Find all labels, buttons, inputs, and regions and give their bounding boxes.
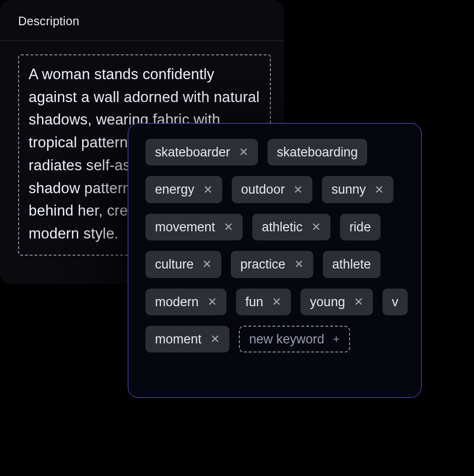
close-icon[interactable]: ✕ (374, 184, 384, 196)
keyword-tag[interactable]: movement ✕ (145, 214, 243, 240)
keyword-label: v (392, 294, 399, 310)
keyword-tag[interactable]: young ✕ (300, 289, 373, 315)
close-icon[interactable]: ✕ (294, 259, 304, 270)
keyword-label: practice (240, 257, 286, 272)
keyword-label: young (310, 294, 345, 310)
keyword-label: movement (155, 219, 215, 235)
keywords-rows: skateboarder ✕ skateboarding energy ✕ ou… (145, 139, 408, 352)
keyword-tag[interactable]: v (382, 289, 408, 315)
keyword-tag[interactable]: energy ✕ (145, 176, 222, 203)
close-icon[interactable]: ✕ (203, 184, 213, 196)
keyword-label: culture (155, 257, 194, 272)
keyword-label: energy (155, 182, 195, 197)
add-keyword-button[interactable]: new keyword + (239, 326, 350, 352)
close-icon[interactable]: ✕ (293, 184, 303, 196)
keyword-tag[interactable]: culture ✕ (145, 251, 221, 278)
keyword-label: athletic (262, 219, 303, 235)
close-icon[interactable]: ✕ (311, 221, 321, 233)
keyword-tag[interactable]: skateboarding (268, 139, 368, 166)
plus-icon: + (333, 332, 340, 346)
keyword-tag[interactable]: skateboarder ✕ (145, 139, 258, 166)
keyword-row: skateboarder ✕ skateboarding (145, 139, 408, 166)
close-icon[interactable]: ✕ (272, 296, 281, 308)
description-header: Description (0, 0, 284, 41)
close-icon[interactable]: ✕ (224, 221, 233, 233)
keyword-label: fun (246, 294, 264, 310)
keyword-label: ride (350, 219, 371, 235)
keyword-tag[interactable]: outdoor ✕ (232, 176, 313, 203)
close-icon[interactable]: ✕ (239, 146, 248, 158)
keyword-label: modern (155, 294, 199, 310)
keyword-row: culture ✕ practice ✕ athlete (145, 251, 408, 278)
keyword-label: skateboarder (155, 145, 230, 160)
close-icon[interactable]: ✕ (207, 296, 217, 308)
keyword-tag[interactable]: modern ✕ (145, 289, 227, 315)
keyword-row: energy ✕ outdoor ✕ sunny ✕ (145, 176, 408, 203)
close-icon[interactable]: ✕ (354, 296, 363, 308)
keyword-tag[interactable]: ride (340, 214, 381, 240)
keyword-tag[interactable]: fun ✕ (236, 289, 291, 315)
keyword-label: athlete (332, 257, 371, 272)
keyword-tag[interactable]: athlete (323, 251, 381, 278)
keyword-row: moment ✕ new keyword + (145, 326, 408, 352)
keyword-label: sunny (331, 182, 366, 197)
close-icon[interactable]: ✕ (202, 259, 212, 270)
keyword-row: modern ✕ fun ✕ young ✕ v (145, 289, 408, 315)
keyword-tag[interactable]: sunny ✕ (322, 176, 393, 203)
keyword-label: skateboarding (277, 145, 358, 160)
keyword-tag[interactable]: practice ✕ (231, 251, 313, 278)
close-icon[interactable]: ✕ (210, 333, 220, 345)
add-keyword-label: new keyword (249, 331, 325, 347)
keyword-tag[interactable]: athletic ✕ (252, 214, 330, 240)
keyword-row: movement ✕ athletic ✕ ride (145, 214, 408, 240)
keyword-label: outdoor (241, 182, 285, 197)
keywords-card: skateboarder ✕ skateboarding energy ✕ ou… (128, 123, 422, 398)
keyword-tag[interactable]: moment ✕ (145, 326, 229, 352)
keyword-label: moment (155, 331, 202, 347)
